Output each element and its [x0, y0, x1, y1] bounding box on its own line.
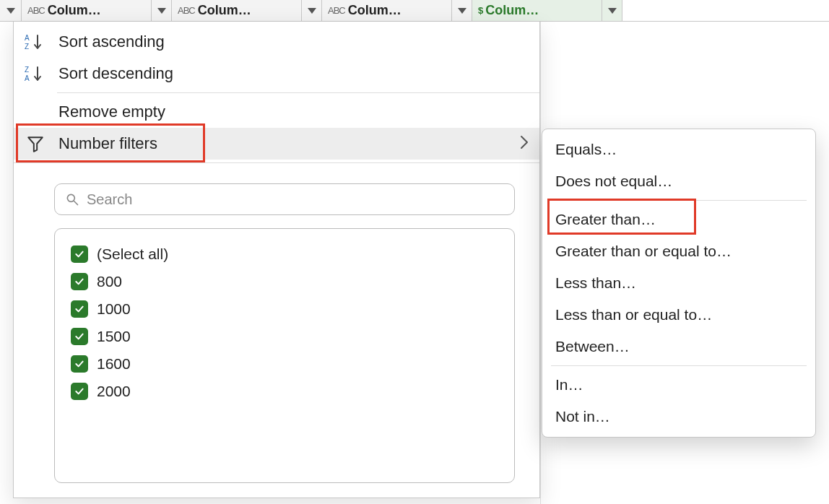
search-icon: [65, 192, 79, 207]
filter-value-label: 800: [97, 273, 122, 290]
search-placeholder: Search: [87, 191, 132, 208]
checkbox-checked-icon: [71, 273, 88, 290]
chevron-down-icon: [608, 8, 617, 14]
submenu-label: Not in…: [555, 408, 610, 425]
filter-value-select-all[interactable]: (Select all): [71, 240, 498, 268]
menu-sort-ascending[interactable]: AZ Sort ascending: [14, 26, 539, 58]
svg-text:Z: Z: [25, 43, 29, 51]
sort-descending-icon: ZA: [19, 65, 51, 82]
chevron-down-icon: [458, 8, 466, 14]
column-label: Colum…: [48, 3, 147, 18]
type-abc-icon: ABC: [178, 5, 195, 16]
number-filters-submenu: Equals… Does not equal… Greater than… Gr…: [542, 129, 816, 438]
chevron-down-icon: [157, 8, 166, 14]
submenu-label: Equals…: [555, 141, 617, 158]
menu-item-label: Remove empty: [58, 103, 529, 121]
column-label: Colum…: [348, 3, 447, 18]
column-header-2[interactable]: ABC Colum…: [172, 0, 302, 21]
submenu-label: Greater than or equal to…: [555, 243, 732, 260]
menu-number-filters[interactable]: Number filters: [14, 128, 539, 160]
chevron-right-icon: [519, 134, 529, 154]
submenu-label: Between…: [555, 338, 630, 355]
submenu-greater-than[interactable]: Greater than…: [542, 204, 815, 235]
svg-text:Z: Z: [25, 66, 29, 74]
type-currency-icon: $: [478, 5, 482, 16]
menu-separator: [14, 162, 539, 163]
search-input[interactable]: Search: [54, 183, 515, 215]
checkbox-checked-icon: [71, 355, 88, 373]
menu-separator: [57, 92, 539, 93]
svg-point-4: [67, 194, 74, 201]
filter-value-item[interactable]: 1500: [71, 323, 498, 350]
menu-item-label: Number filters: [58, 134, 512, 153]
submenu-label: Less than…: [555, 274, 636, 292]
chevron-down-icon: [6, 8, 15, 14]
svg-text:A: A: [25, 74, 30, 82]
submenu-less-than[interactable]: Less than…: [542, 267, 815, 299]
filter-value-label: (Select all): [97, 246, 168, 263]
submenu-gte[interactable]: Greater than or equal to…: [542, 235, 815, 267]
submenu-label: Does not equal…: [555, 173, 672, 190]
type-abc-icon: ABC: [27, 5, 45, 16]
checkbox-checked-icon: [71, 246, 88, 263]
submenu-equals[interactable]: Equals…: [542, 134, 815, 165]
chevron-down-icon: [308, 8, 316, 14]
column-dropdown-4[interactable]: [602, 0, 622, 21]
column-label: Colum…: [485, 3, 597, 18]
submenu-between[interactable]: Between…: [542, 331, 815, 362]
filter-value-label: 1600: [97, 355, 131, 373]
submenu-label: Less than or equal to…: [555, 306, 712, 323]
menu-sort-descending[interactable]: ZA Sort descending: [14, 58, 539, 90]
submenu-separator: [551, 200, 807, 201]
column-dropdown-1[interactable]: [152, 0, 172, 21]
filter-value-label: 1000: [97, 300, 131, 318]
submenu-separator: [551, 365, 807, 366]
checkbox-checked-icon: [71, 328, 88, 345]
grid-line: [540, 22, 541, 504]
menu-remove-empty[interactable]: Remove empty: [14, 96, 539, 128]
submenu-label: Greater than…: [555, 211, 656, 228]
filter-menu: AZ Sort ascending ZA Sort descending Rem…: [13, 22, 540, 498]
filter-value-item[interactable]: 1000: [71, 295, 498, 323]
submenu-not-in[interactable]: Not in…: [542, 401, 815, 433]
sort-ascending-icon: AZ: [19, 33, 51, 51]
column-header-3[interactable]: ABC Colum…: [322, 0, 452, 21]
column-dropdown-2[interactable]: [302, 0, 322, 21]
column-header-4[interactable]: $ Colum…: [472, 0, 602, 21]
search-wrap: Search: [54, 183, 515, 215]
filter-value-item[interactable]: 2000: [71, 378, 498, 405]
menu-item-label: Sort descending: [58, 64, 529, 83]
column-dropdown-prev[interactable]: [0, 0, 22, 21]
filter-icon: [19, 134, 51, 153]
submenu-in[interactable]: In…: [542, 369, 815, 401]
submenu-lte[interactable]: Less than or equal to…: [542, 299, 815, 331]
filter-value-label: 2000: [97, 383, 131, 400]
filter-value-item[interactable]: 1600: [71, 350, 498, 378]
type-abc-icon: ABC: [328, 5, 345, 16]
svg-text:A: A: [25, 34, 30, 42]
column-label: Colum…: [198, 3, 297, 18]
filter-values-panel: (Select all) 800 1000 1500 1600 2000: [54, 228, 515, 483]
menu-item-label: Sort ascending: [58, 32, 529, 51]
checkbox-checked-icon: [71, 383, 88, 400]
column-header-row: ABC Colum… ABC Colum… ABC Colum… $ Colum…: [0, 0, 829, 22]
checkbox-checked-icon: [71, 300, 88, 318]
filter-value-item[interactable]: 800: [71, 268, 498, 295]
submenu-label: In…: [555, 376, 583, 394]
column-dropdown-3[interactable]: [452, 0, 472, 21]
submenu-does-not-equal[interactable]: Does not equal…: [542, 165, 815, 197]
column-header-1[interactable]: ABC Colum…: [22, 0, 152, 21]
filter-value-label: 1500: [97, 328, 131, 345]
